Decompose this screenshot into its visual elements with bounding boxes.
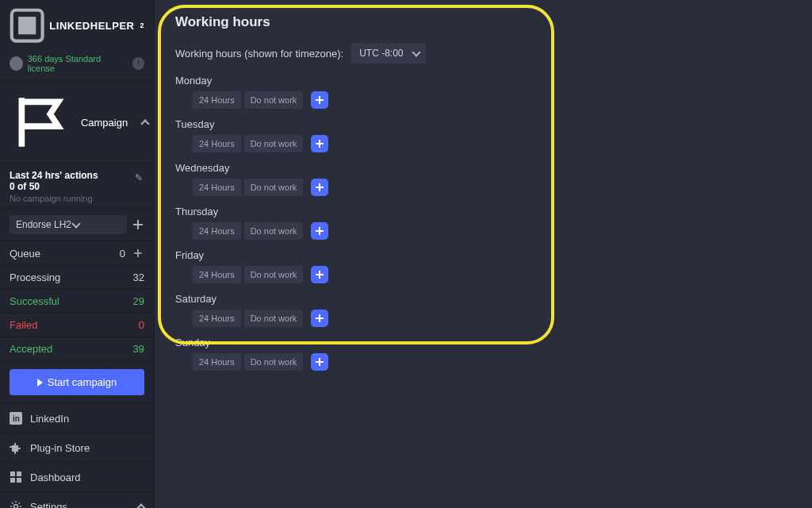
day-saturday: Saturday 24 Hours Do not work	[175, 293, 791, 327]
stat-value: 0	[139, 319, 144, 331]
nav-label: Dashboard	[30, 471, 81, 483]
nav-linkedin[interactable]: in LinkedIn	[0, 403, 154, 433]
stat-label: Successful	[10, 295, 59, 307]
sidebar: LINKEDHELPER2 366 days Standard license …	[0, 0, 155, 508]
campaign-select[interactable]: Endorse LH2	[10, 215, 127, 234]
campaign-header-label: Campaign	[81, 117, 128, 129]
option-24-hours[interactable]: 24 Hours	[193, 353, 241, 371]
start-campaign-button[interactable]: Start campaign	[10, 369, 144, 395]
add-to-queue-icon[interactable]	[133, 248, 144, 259]
add-hours-button[interactable]	[311, 91, 328, 109]
day-label: Thursday	[175, 206, 791, 217]
license-label: 366 days Standard license	[28, 54, 123, 73]
option-do-not-work[interactable]: Do not work	[244, 91, 304, 109]
add-campaign-icon[interactable]	[132, 218, 144, 231]
timezone-row: Working hours (shown for timezone): UTC …	[175, 43, 791, 64]
option-24-hours[interactable]: 24 Hours	[193, 266, 241, 283]
option-24-hours[interactable]: 24 Hours	[193, 91, 241, 109]
chevron-down-icon	[412, 49, 419, 57]
add-hours-button[interactable]	[311, 266, 328, 283]
option-do-not-work[interactable]: Do not work	[244, 135, 304, 152]
nav-dashboard[interactable]: Dashboard	[0, 462, 154, 491]
stat-value: 39	[133, 343, 144, 355]
plus-icon	[315, 183, 324, 192]
option-do-not-work[interactable]: Do not work	[244, 266, 304, 283]
option-24-hours[interactable]: 24 Hours	[193, 222, 241, 240]
stat-processing[interactable]: Processing 32	[0, 266, 154, 290]
stat-label: Failed	[10, 319, 37, 331]
nav-settings[interactable]: Settings	[0, 491, 154, 508]
option-do-not-work[interactable]: Do not work	[244, 222, 304, 240]
nav-label: Settings	[30, 501, 67, 508]
option-24-hours[interactable]: 24 Hours	[193, 310, 241, 327]
actions-block: Last 24 hrs' actions 0 of 50 No campaign…	[0, 164, 154, 209]
puzzle-icon	[10, 441, 22, 454]
plus-icon	[315, 139, 324, 148]
day-label: Wednesday	[175, 162, 791, 174]
plus-icon	[315, 314, 324, 323]
add-hours-button[interactable]	[311, 222, 328, 240]
day-thursday: Thursday 24 Hours Do not work	[175, 206, 791, 240]
brand-icon	[10, 8, 44, 43]
stat-label: Accepted	[10, 343, 52, 355]
option-24-hours[interactable]: 24 Hours	[193, 135, 241, 152]
option-do-not-work[interactable]: Do not work	[244, 353, 304, 371]
actions-title: Last 24 hrs' actions	[10, 170, 144, 181]
add-hours-button[interactable]	[311, 135, 328, 152]
timezone-label: Working hours (shown for timezone):	[175, 48, 343, 60]
day-label: Tuesday	[175, 118, 791, 130]
nav-plugin-store[interactable]: Plug-in Store	[0, 433, 154, 462]
plus-icon	[315, 270, 324, 279]
clock-icon	[132, 57, 144, 70]
add-hours-button[interactable]	[311, 353, 328, 371]
chevron-down-icon	[71, 221, 79, 229]
option-do-not-work[interactable]: Do not work	[244, 179, 304, 196]
actions-count: 0 of 50	[10, 181, 144, 192]
campaign-select-label: Endorse LH2	[16, 219, 71, 230]
stat-accepted[interactable]: Accepted 39	[0, 337, 154, 361]
option-24-hours[interactable]: 24 Hours	[193, 179, 241, 196]
day-friday: Friday 24 Hours Do not work	[175, 249, 791, 283]
chevron-up-icon	[140, 118, 144, 126]
svg-text:in: in	[13, 414, 20, 423]
svg-rect-1	[18, 17, 36, 34]
day-label: Saturday	[175, 293, 791, 305]
stat-label: Processing	[10, 271, 60, 283]
start-campaign-label: Start campaign	[48, 376, 117, 388]
stat-value: 32	[133, 271, 144, 283]
day-label: Monday	[175, 75, 791, 87]
linkedin-icon: in	[10, 412, 22, 425]
pencil-icon[interactable]	[135, 171, 144, 181]
plus-icon	[315, 357, 324, 367]
gear-icon	[10, 500, 22, 508]
stat-value: 0	[120, 248, 125, 260]
add-hours-button[interactable]	[311, 310, 328, 327]
day-label: Friday	[175, 249, 791, 261]
nav-label: LinkedIn	[30, 413, 69, 425]
svg-point-8	[14, 505, 18, 508]
chevron-up-icon	[136, 502, 144, 508]
campaign-header[interactable]: Campaign	[0, 81, 154, 164]
flag-icon	[10, 90, 75, 155]
nav-label: Plug-in Store	[30, 442, 90, 454]
actions-sub: No campaign running	[10, 194, 144, 203]
option-do-not-work[interactable]: Do not work	[244, 310, 304, 327]
plus-icon	[315, 226, 324, 236]
timezone-select[interactable]: UTC -8:00	[351, 43, 425, 64]
stat-value: 29	[133, 295, 144, 307]
day-wednesday: Wednesday 24 Hours Do not work	[175, 162, 791, 196]
svg-rect-5	[17, 471, 21, 476]
svg-rect-7	[17, 478, 21, 483]
stat-queue[interactable]: Queue 0	[0, 241, 154, 266]
dashboard-icon	[10, 471, 22, 483]
plus-icon	[315, 95, 324, 105]
stat-successful[interactable]: Successful 29	[0, 290, 154, 314]
timezone-value: UTC -8:00	[359, 48, 403, 59]
svg-rect-6	[10, 478, 15, 483]
license-row[interactable]: 366 days Standard license	[0, 49, 154, 81]
add-hours-button[interactable]	[311, 179, 328, 196]
stat-failed[interactable]: Failed 0	[0, 314, 154, 337]
svg-rect-4	[10, 471, 15, 476]
day-sunday: Sunday 24 Hours Do not work	[175, 337, 791, 371]
day-tuesday: Tuesday 24 Hours Do not work	[175, 118, 791, 152]
